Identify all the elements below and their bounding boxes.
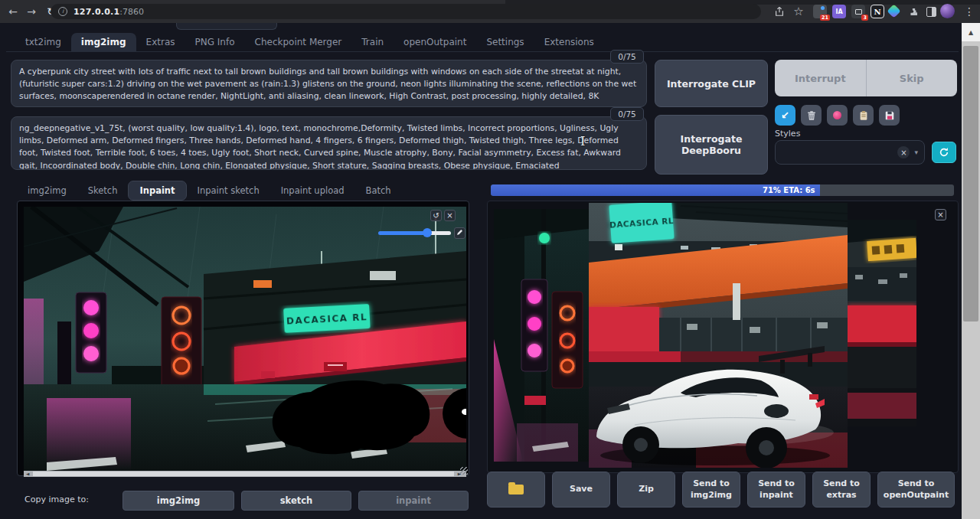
prompt-textarea[interactable]: A cyberpunk city street with lots of tra… bbox=[11, 60, 647, 107]
tab-checkpoint-merger[interactable]: Checkpoint Merger bbox=[245, 33, 352, 51]
send-to-openoutpaint-button[interactable]: Send to openOutpaint bbox=[877, 472, 955, 508]
tab-extras[interactable]: Extras bbox=[136, 33, 185, 51]
address-bar[interactable]: i 127.0.0.1 :7860 bbox=[51, 4, 761, 19]
send-to-img2img-button[interactable]: Send to img2img bbox=[682, 472, 740, 508]
mode-tab-inpaint-upload[interactable]: Inpaint upload bbox=[270, 181, 355, 200]
stable-diffusion-webui: ← → ↻ i 127.0.0.1 :7860 ☆ 21 IA 3 N bbox=[0, 0, 980, 519]
clear-styles-icon[interactable]: × bbox=[897, 146, 910, 158]
extensions-puzzle-icon[interactable] bbox=[906, 4, 921, 19]
scroll-left-icon[interactable]: ◄ bbox=[24, 471, 31, 477]
brush-tool-icon[interactable] bbox=[454, 227, 466, 239]
extension-icon-1[interactable]: 21 bbox=[813, 5, 827, 18]
generate-button-group: Interrupt Skip bbox=[775, 60, 957, 96]
scroll-up-icon[interactable]: ▲ bbox=[962, 23, 980, 41]
trash-icon bbox=[806, 110, 817, 121]
tab-openoutpaint[interactable]: openOutpaint bbox=[394, 33, 476, 51]
tab-txt2img[interactable]: txt2img bbox=[15, 33, 71, 51]
mode-tab-inpaint-sketch[interactable]: Inpaint sketch bbox=[187, 181, 270, 200]
apply-styles-button[interactable] bbox=[853, 105, 874, 126]
prompt-token-counter: 0/75 bbox=[610, 50, 644, 64]
page-scrollbar-thumb[interactable] bbox=[963, 46, 978, 322]
refresh-icon bbox=[939, 147, 949, 158]
clipboard-icon bbox=[858, 110, 869, 121]
chevron-down-icon[interactable]: ▾ bbox=[914, 149, 918, 156]
inpaint-canvas-image[interactable]: DACASICA RL bbox=[24, 207, 466, 471]
floppy-save-icon bbox=[884, 110, 895, 121]
extension-icon-2[interactable]: 3 bbox=[851, 5, 865, 18]
interrupt-button[interactable]: Interrupt bbox=[775, 60, 866, 96]
gallery-actions: Save Zip Send to img2img Send to inpaint… bbox=[487, 472, 959, 508]
copy-image-to-label: Copy image to: bbox=[24, 495, 89, 504]
bookmark-star-icon[interactable]: ☆ bbox=[791, 4, 806, 19]
undo-brush-icon[interactable]: ↺ bbox=[430, 210, 442, 221]
profile-avatar[interactable] bbox=[940, 4, 955, 18]
gallery-image-right[interactable] bbox=[848, 220, 916, 426]
clear-prompt-button[interactable] bbox=[801, 105, 822, 126]
browser-forward-icon[interactable]: → bbox=[23, 3, 40, 20]
gallery-close-icon[interactable]: × bbox=[935, 209, 946, 220]
progress-bar: 71% ETA: 6s bbox=[491, 184, 954, 196]
mode-tab-img2img[interactable]: img2img bbox=[17, 181, 77, 200]
sidepanel-icon[interactable] bbox=[923, 4, 939, 19]
tab-extensions[interactable]: Extensions bbox=[534, 33, 604, 51]
gallery-image-main[interactable]: DACASICA RL bbox=[589, 203, 848, 468]
save-button[interactable]: Save bbox=[552, 472, 610, 508]
send-to-inpaint-button[interactable]: Send to inpaint bbox=[747, 472, 805, 508]
share-icon[interactable] bbox=[772, 4, 787, 19]
extension-badge-2: 3 bbox=[861, 15, 868, 21]
img2img-mode-tabs: img2img Sketch Inpaint Inpaint sketch In… bbox=[17, 181, 402, 201]
copy-to-sketch-button[interactable]: sketch bbox=[241, 491, 351, 511]
negative-prompt-textarea[interactable]: ng_deepnegative_v1_75t, (worst quality, … bbox=[11, 116, 647, 170]
zip-button[interactable]: Zip bbox=[617, 472, 675, 508]
progress-fill: 71% ETA: 6s bbox=[491, 184, 820, 196]
open-folder-button[interactable] bbox=[487, 472, 545, 508]
extra-networks-icon bbox=[833, 111, 841, 119]
refresh-styles-button[interactable] bbox=[932, 142, 956, 163]
mode-tab-batch[interactable]: Batch bbox=[355, 181, 402, 200]
gallery-image-left[interactable] bbox=[494, 209, 589, 462]
tab-img2img[interactable]: img2img bbox=[71, 33, 136, 51]
canvas-horizontal-scrollbar[interactable]: ◄ ► bbox=[24, 471, 466, 477]
url-host: 127.0.0.1 bbox=[74, 7, 119, 17]
brush-size-slider[interactable] bbox=[378, 231, 451, 235]
interrogate-deepbooru-button[interactable]: Interrogate DeepBooru bbox=[655, 115, 768, 175]
extra-networks-button[interactable] bbox=[827, 105, 848, 126]
checkpoint-dropdown-cutoff[interactable] bbox=[176, 23, 277, 30]
clear-canvas-icon[interactable]: × bbox=[444, 210, 456, 221]
mode-tab-inpaint[interactable]: Inpaint bbox=[128, 181, 186, 201]
extension-icon-n[interactable]: N bbox=[871, 5, 884, 18]
page-scrollbar[interactable]: ▲ bbox=[962, 23, 980, 519]
extension-icon-ia[interactable]: IA bbox=[832, 5, 846, 18]
browser-back-icon[interactable]: ← bbox=[5, 3, 21, 20]
url-port: :7860 bbox=[119, 7, 144, 17]
scrollbar-thumb[interactable] bbox=[33, 472, 454, 476]
inpaint-canvas-container: DACASICA RL bbox=[17, 201, 469, 476]
browser-menu-icon[interactable]: ⋮ bbox=[962, 4, 977, 19]
paste-arrow-icon: ↙ bbox=[781, 109, 789, 121]
progress-label: 71% ETA: 6s bbox=[763, 186, 815, 194]
main-tab-bar: txt2img img2img Extras PNG Info Checkpoi… bbox=[6, 32, 959, 52]
site-info-icon[interactable]: i bbox=[58, 7, 67, 16]
negative-token-counter: 0/75 bbox=[610, 107, 644, 121]
brush-slider-thumb[interactable] bbox=[423, 228, 432, 237]
styles-label: Styles bbox=[775, 129, 800, 139]
tab-settings[interactable]: Settings bbox=[476, 33, 534, 51]
paste-params-button[interactable]: ↙ bbox=[775, 105, 795, 126]
interrogate-clip-button[interactable]: Interrogate CLIP bbox=[655, 60, 768, 107]
mode-tab-sketch[interactable]: Sketch bbox=[77, 181, 129, 200]
tab-png-info[interactable]: PNG Info bbox=[185, 33, 245, 51]
tab-train[interactable]: Train bbox=[351, 33, 394, 51]
output-gallery: DACASICA RL bbox=[487, 201, 959, 473]
extension-badge-1: 21 bbox=[820, 15, 830, 21]
skip-button[interactable]: Skip bbox=[867, 60, 958, 96]
extension-icon-diamond[interactable] bbox=[887, 4, 900, 18]
save-style-button[interactable] bbox=[879, 105, 900, 126]
styles-dropdown[interactable]: × ▾ bbox=[775, 140, 925, 165]
browser-toolbar: ← → ↻ i 127.0.0.1 :7860 ☆ 21 IA 3 N bbox=[0, 0, 980, 23]
copy-to-inpaint-button[interactable]: inpaint bbox=[358, 491, 469, 511]
scroll-right-icon[interactable]: ► bbox=[456, 471, 463, 477]
send-to-extras-button[interactable]: Send to extras bbox=[812, 472, 871, 508]
folder-icon bbox=[508, 485, 524, 495]
copy-to-img2img-button[interactable]: img2img bbox=[122, 491, 234, 511]
